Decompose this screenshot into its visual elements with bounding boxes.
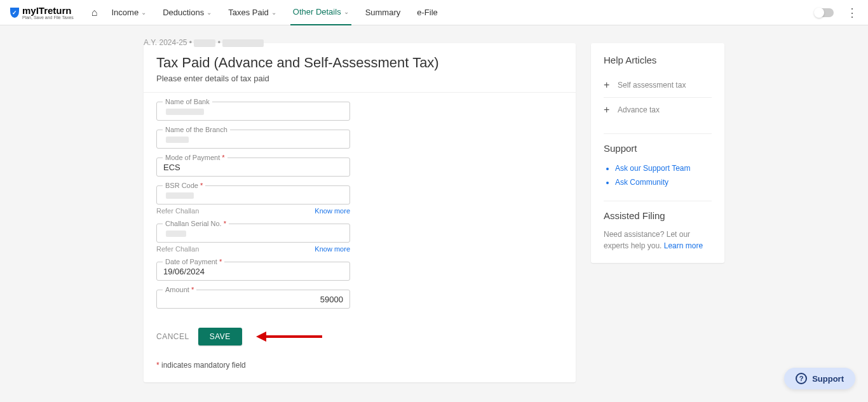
breadcrumb-redacted [222, 39, 264, 47]
annotation-arrow [256, 332, 322, 342]
field-bsr: BSR Code * Refer Challan Know more [156, 185, 350, 215]
label-date: Date of Payment * [163, 258, 224, 265]
save-button[interactable]: SAVE [198, 328, 242, 345]
page-subtitle: Please enter details of tax paid [156, 74, 563, 83]
label-bsr: BSR Code * [163, 182, 205, 189]
chevron-down-icon: ⌄ [271, 9, 276, 16]
learn-more-link[interactable]: Learn more [664, 241, 703, 250]
page-title: Tax Paid (Advance and Self-Assessment Ta… [156, 55, 563, 71]
helper-challan: Refer Challan [156, 245, 199, 253]
nav-taxes-paid[interactable]: Taxes Paid⌄ [226, 0, 279, 25]
breadcrumb-year: A.Y. 2024-25 [144, 38, 187, 47]
topbar: myITreturn Plan, Save and File Taxes ⌂ I… [0, 0, 868, 25]
main-nav: ⌂ Income⌄ Deductions⌄ Taxes Paid⌄ Other … [92, 0, 440, 25]
brand-logo[interactable]: myITreturn Plan, Save and File Taxes [10, 6, 74, 20]
sidebar-card: Help Articles + Self assessment tax + Ad… [591, 43, 724, 263]
kebab-menu-icon[interactable]: ⋮ [846, 6, 858, 20]
form-actions: CANCEL SAVE [156, 328, 563, 345]
know-more-challan[interactable]: Know more [315, 245, 350, 253]
label-bank: Name of Bank [163, 98, 212, 105]
tax-paid-card: Tax Paid (Advance and Self-Assessment Ta… [144, 43, 576, 382]
field-amount: Amount * [156, 290, 350, 309]
field-mode: Mode of Payment * [156, 157, 350, 177]
label-branch: Name of the Branch [163, 126, 230, 133]
help-item-advance-tax[interactable]: + Advance tax [604, 98, 712, 122]
nav-income[interactable]: Income⌄ [109, 0, 149, 25]
nav-other-details[interactable]: Other Details⌄ [290, 0, 351, 25]
assisted-title: Assisted Filing [604, 210, 712, 221]
home-icon[interactable]: ⌂ [92, 7, 98, 18]
help-item-self-assessment[interactable]: + Self assessment tax [604, 73, 712, 98]
question-icon: ? [796, 373, 807, 384]
nav-efile[interactable]: e-File [414, 0, 440, 25]
field-challan: Challan Serial No. * Refer Challan Know … [156, 224, 350, 253]
label-mode: Mode of Payment * [163, 154, 227, 161]
label-amount: Amount * [163, 286, 196, 293]
nav-deductions[interactable]: Deductions⌄ [160, 0, 214, 25]
chevron-down-icon: ⌄ [344, 8, 349, 15]
support-link-community[interactable]: Ask Community [615, 175, 712, 189]
helper-bsr: Refer Challan [156, 207, 199, 215]
support-link-team[interactable]: Ask our Support Team [615, 161, 712, 175]
field-date: Date of Payment * [156, 262, 350, 281]
brand-name: myITreturn [22, 6, 74, 15]
shield-icon [10, 8, 19, 18]
brand-tagline: Plan, Save and File Taxes [22, 15, 74, 20]
label-challan: Challan Serial No. * [163, 220, 229, 227]
plus-icon: + [604, 104, 611, 116]
breadcrumb-redacted [194, 39, 215, 47]
support-title: Support [604, 143, 712, 154]
mandatory-note: * indicates mandatory field [156, 361, 563, 370]
breadcrumb: A.Y. 2024-25 • • [144, 28, 576, 52]
chevron-down-icon: ⌄ [207, 9, 212, 16]
cancel-button[interactable]: CANCEL [156, 332, 189, 341]
field-branch: Name of the Branch [156, 130, 350, 149]
toggle-switch[interactable] [815, 8, 834, 17]
plus-icon: + [604, 79, 611, 91]
assisted-text: Need assistance? Let our experts help yo… [604, 229, 712, 251]
chevron-down-icon: ⌄ [141, 9, 146, 16]
know-more-bsr[interactable]: Know more [315, 207, 350, 215]
help-articles-title: Help Articles [604, 55, 712, 65]
support-fab[interactable]: ? Support [784, 368, 855, 389]
field-bank: Name of Bank [156, 102, 350, 121]
nav-summary[interactable]: Summary [363, 0, 403, 25]
